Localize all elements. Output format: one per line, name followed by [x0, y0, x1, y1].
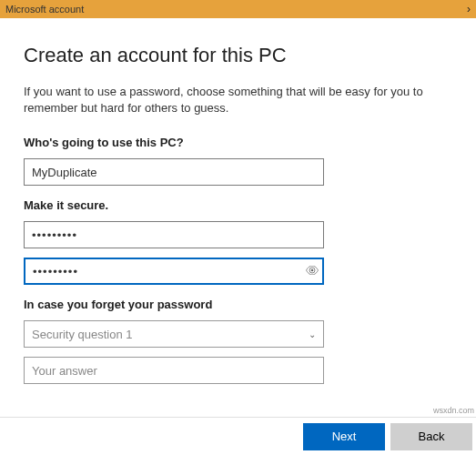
- back-button[interactable]: Back: [390, 423, 472, 450]
- footer-bar: Next Back: [0, 417, 476, 455]
- watermark-text: wsxdn.com: [433, 406, 474, 415]
- page-description: If you want to use a password, choose so…: [24, 84, 452, 116]
- username-label: Who's going to use this PC?: [24, 136, 452, 149]
- main-content: Create an account for this PC If you wan…: [0, 18, 476, 384]
- username-input[interactable]: [24, 158, 324, 186]
- confirm-password-field-wrap: [24, 258, 324, 285]
- window-title: Microsoft account: [5, 4, 84, 15]
- titlebar: Microsoft account ›: [0, 0, 476, 18]
- confirm-password-input[interactable]: [24, 258, 324, 285]
- svg-point-0: [311, 269, 314, 272]
- password-input[interactable]: [24, 221, 324, 248]
- next-button[interactable]: Next: [303, 423, 385, 450]
- chevron-down-icon: ⌄: [309, 329, 316, 339]
- reveal-password-icon[interactable]: [306, 265, 319, 278]
- page-heading: Create an account for this PC: [24, 44, 452, 67]
- security-question-value: Security question 1: [32, 328, 133, 341]
- security-answer-placeholder: Your answer: [32, 364, 97, 378]
- security-section-label: In case you forget your password: [24, 298, 452, 311]
- password-field-wrap: [24, 221, 324, 248]
- security-answer-input[interactable]: Your answer: [24, 357, 324, 384]
- password-section-label: Make it secure.: [24, 198, 452, 212]
- chevron-right-icon[interactable]: ›: [467, 3, 471, 15]
- security-question-select[interactable]: Security question 1 ⌄: [24, 320, 324, 348]
